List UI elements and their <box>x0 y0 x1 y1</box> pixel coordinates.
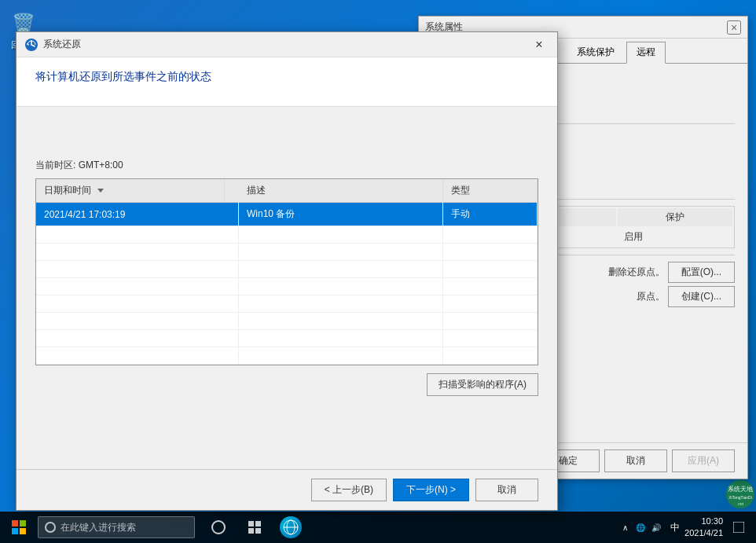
chevron-up-icon[interactable]: ∧ <box>618 521 631 534</box>
speaker-icon[interactable]: 🔊 <box>650 521 662 534</box>
svg-text:.net: .net <box>737 501 744 506</box>
browser-icon <box>280 516 302 538</box>
tab-protection[interactable]: 系统保护 <box>567 42 625 63</box>
tab-remote[interactable]: 远程 <box>626 42 666 64</box>
protection-status-cell: 启用 <box>618 228 732 246</box>
taskbar: 在此键入进行搜索 <box>0 512 756 543</box>
taskview-button[interactable] <box>201 512 236 543</box>
watermark: 系统天地 XiTongTianDi .net <box>726 480 754 508</box>
create-restore-label: 原点。 <box>637 290 665 303</box>
sysprops-cancel-button[interactable]: 取消 <box>604 449 667 472</box>
delete-restore-label: 删除还原点。 <box>608 266 665 279</box>
taskbar-tray: ∧ 🌐 🔊 中 10:30 2021/4/21 <box>612 512 756 543</box>
cell-desc: Win10 备份 <box>239 203 443 226</box>
svg-rect-19 <box>733 522 744 533</box>
notification-button[interactable] <box>728 512 750 543</box>
windows-logo-icon <box>12 520 26 534</box>
svg-rect-14 <box>12 528 18 534</box>
col-type-header[interactable]: 类型 <box>443 179 538 203</box>
create-button[interactable]: 创建(C)... <box>668 286 735 307</box>
svg-rect-12 <box>12 520 18 526</box>
taskview-icon <box>211 520 226 534</box>
sort-arrow-icon <box>97 189 104 193</box>
restore-table: 日期和时间 描述 类型 2021/4/21 17:03:19 Win10 备份 … <box>36 179 538 365</box>
tray-icons: ∧ 🌐 🔊 <box>618 521 662 534</box>
table-row-empty-1 <box>36 226 538 244</box>
restore-footer: < 上一步(B) 下一步(N) > 取消 <box>17 469 557 510</box>
table-row-empty-3 <box>36 261 538 278</box>
table-row-empty-4 <box>36 278 538 295</box>
clock[interactable]: 10:30 2021/4/21 <box>684 515 723 540</box>
svg-text:系统天地: 系统天地 <box>728 486 753 493</box>
timezone-label: 当前时区: GMT+8:00 <box>35 159 538 172</box>
file-explorer-button[interactable] <box>237 512 272 543</box>
taskbar-search[interactable]: 在此键入进行搜索 <box>38 516 195 538</box>
svg-text:XiTongTianDi: XiTongTianDi <box>728 495 752 500</box>
col-datetime-header[interactable]: 日期和时间 <box>36 179 225 202</box>
date-display: 2021/4/21 <box>684 527 723 539</box>
cell-type: 手动 <box>443 203 538 226</box>
restore-header: 将计算机还原到所选事件之前的状态 <box>17 57 557 107</box>
svg-rect-15 <box>20 528 26 534</box>
sysprops-apply-button[interactable]: 应用(A) <box>672 449 735 472</box>
scan-btn-row: 扫描受影响的程序(A) <box>35 373 538 396</box>
search-placeholder: 在此键入进行搜索 <box>61 521 136 534</box>
globe-icon <box>283 519 299 535</box>
restore-title-text: 系统还原 <box>43 38 81 51</box>
table-row-empty-8 <box>36 347 538 365</box>
restore-table-container: 日期和时间 描述 类型 2021/4/21 17:03:19 Win10 备份 … <box>35 178 538 365</box>
file-explorer-icon <box>248 521 261 534</box>
desktop: 🗑️ 回收站 系统属性 × 计算机名 硬件 高级 系统保护 远程 <box>0 0 756 543</box>
time-display: 10:30 <box>684 515 723 527</box>
search-icon <box>45 522 56 533</box>
browser-button[interactable] <box>273 512 308 543</box>
watermark-logo: 系统天地 XiTongTianDi .net <box>726 480 754 508</box>
restore-title-left: 系统还原 <box>24 38 81 52</box>
cell-datetime: 2021/4/21 17:03:19 <box>36 203 239 226</box>
next-button[interactable]: 下一步(N) > <box>393 479 469 501</box>
taskbar-icons <box>201 512 308 543</box>
table-row-empty-2 <box>36 244 538 261</box>
restore-dialog: 系统还原 × 将计算机还原到所选事件之前的状态 当前时区: GMT+8:00 日… <box>16 31 558 511</box>
sysprops-close-button[interactable]: × <box>727 20 741 35</box>
table-row-empty-7 <box>36 330 538 347</box>
restore-title-icon <box>24 38 39 52</box>
language-indicator[interactable]: 中 <box>670 521 680 534</box>
configure-button[interactable]: 配置(O)... <box>668 262 735 283</box>
restore-body: 当前时区: GMT+8:00 日期和时间 描述 类型 <box>17 107 557 409</box>
table-row-empty-5 <box>36 295 538 313</box>
notification-icon <box>733 522 744 533</box>
scan-programs-button[interactable]: 扫描受影响的程序(A) <box>427 373 538 396</box>
restore-header-title: 将计算机还原到所选事件之前的状态 <box>35 70 538 84</box>
table-row[interactable]: 2021/4/21 17:03:19 Win10 备份 手动 <box>36 203 538 226</box>
restore-close-button[interactable]: × <box>529 36 549 53</box>
restore-titlebar: 系统还原 × <box>17 32 557 57</box>
network-icon[interactable]: 🌐 <box>634 521 647 534</box>
col-desc-header[interactable]: 描述 <box>239 179 443 203</box>
svg-rect-13 <box>20 520 26 526</box>
cancel-button[interactable]: 取消 <box>475 479 538 501</box>
col-protection: 保护 <box>618 208 732 226</box>
back-button[interactable]: < 上一步(B) <box>311 479 387 501</box>
start-button[interactable] <box>0 512 38 543</box>
table-row-empty-6 <box>36 313 538 330</box>
watermark-svg: 系统天地 XiTongTianDi .net <box>726 480 754 508</box>
